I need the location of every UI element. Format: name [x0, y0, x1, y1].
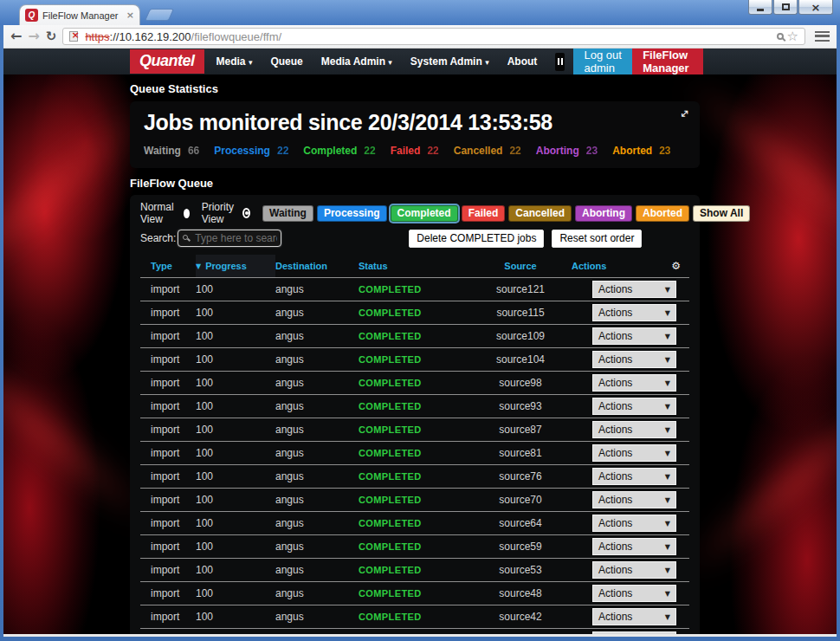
actions-select[interactable]: Actions ▼ — [592, 515, 676, 532]
close-button[interactable]: × — [798, 0, 833, 15]
cell-type: import — [151, 424, 196, 436]
omnibox-search-icon[interactable] — [777, 33, 784, 40]
view-option[interactable]: Priority View — [202, 201, 250, 225]
filter-button[interactable]: Waiting — [262, 205, 313, 222]
column-destination[interactable]: Destination — [275, 255, 359, 277]
column-type[interactable]: Type — [151, 255, 196, 277]
stat-label: Cancelled — [454, 145, 503, 157]
logout-button[interactable]: Log out admin — [573, 49, 632, 74]
delete-completed-button[interactable]: Delete COMPLETED jobs — [409, 230, 544, 248]
column-progress[interactable]: ▼ Progress — [196, 255, 275, 277]
actions-select[interactable]: Actions ▼ — [592, 374, 676, 392]
filter-button[interactable]: Failed — [462, 205, 506, 222]
stat-value: 23 — [586, 145, 598, 157]
cell-destination: angus — [275, 587, 359, 599]
cell-progress: 100 — [196, 330, 275, 342]
actions-select[interactable]: Actions ▼ — [592, 561, 676, 579]
search-input[interactable] — [178, 230, 281, 247]
nav-item[interactable]: Media ▾ — [216, 55, 253, 68]
bookmark-star-icon[interactable]: ☆ — [787, 30, 798, 43]
column-status[interactable]: Status — [359, 255, 469, 277]
reset-sort-button[interactable]: Reset sort order — [552, 230, 642, 248]
filter-button[interactable]: Processing — [317, 205, 387, 222]
stat-label: Completed — [303, 145, 357, 157]
table-row: import 100 angus COMPLETED source93 Acti… — [140, 394, 689, 418]
cell-source: source42 — [469, 611, 572, 623]
filter-button[interactable]: Cancelled — [508, 205, 572, 222]
cell-type: import — [151, 470, 196, 482]
actions-select[interactable]: Actions ▼ — [592, 421, 676, 438]
actions-select[interactable]: Actions ▼ — [592, 631, 676, 634]
client-bottom-strip — [3, 634, 837, 637]
cell-progress: 100 — [196, 541, 275, 553]
cell-status: COMPLETED — [359, 588, 469, 599]
cell-destination: angus — [275, 353, 359, 366]
window-titlebar: Q FileFlow Manager × × — [0, 0, 840, 25]
actions-select[interactable]: Actions ▼ — [592, 398, 676, 415]
actions-select-label: Actions — [598, 447, 632, 459]
filter-button[interactable]: Show All — [693, 205, 750, 222]
actions-select[interactable]: Actions ▼ — [592, 491, 676, 508]
actions-select[interactable]: Actions ▼ — [592, 281, 676, 298]
stat-value: 66 — [188, 145, 199, 157]
minimize-icon — [757, 9, 764, 11]
nav-item[interactable]: About — [507, 55, 538, 68]
actions-select[interactable]: Actions ▼ — [592, 327, 676, 345]
cell-destination: angus — [275, 377, 359, 389]
actions-select[interactable]: Actions ▼ — [592, 351, 676, 368]
actions-select[interactable]: Actions ▼ — [592, 468, 676, 485]
filter-button[interactable]: Aborting — [575, 205, 632, 222]
cell-destination: angus — [275, 424, 359, 436]
column-source[interactable]: Source — [469, 255, 572, 277]
table-row: import 100 angus COMPLETED source115 Act… — [140, 301, 689, 324]
cell-progress: 100 — [196, 587, 275, 599]
cell-status: COMPLETED — [359, 495, 469, 505]
radio-icon[interactable] — [242, 208, 250, 218]
reload-button[interactable]: ↻ — [46, 30, 57, 43]
filter-button[interactable]: Aborted — [636, 205, 689, 222]
stat-item: Aborting 23 — [536, 145, 598, 157]
address-bar[interactable]: × https://10.162.19.200/fileflowqueue/ff… — [62, 28, 805, 45]
cell-type: import — [151, 611, 196, 623]
maximize-button[interactable] — [773, 0, 798, 15]
cell-destination: angus — [275, 517, 359, 529]
tab-close-icon[interactable]: × — [126, 10, 134, 21]
cell-progress: 100 — [196, 377, 275, 389]
cell-type: import — [151, 564, 196, 576]
quantel-logo[interactable]: Quantel — [130, 49, 204, 74]
filter-button[interactable]: Completed — [391, 205, 458, 222]
actions-select[interactable]: Actions ▼ — [592, 538, 676, 555]
stat-item: Completed 22 — [303, 145, 375, 157]
minimize-button[interactable] — [748, 0, 772, 15]
actions-select[interactable]: Actions ▼ — [592, 585, 676, 602]
cell-source: source87 — [469, 424, 572, 436]
actions-select[interactable]: Actions ▼ — [592, 608, 676, 625]
queue-table-body: import 100 angus COMPLETED source121 Act… — [140, 277, 689, 634]
new-tab-button[interactable] — [145, 9, 174, 21]
browser-client: ← → ↻ × https://10.162.19.200/fileflowqu… — [3, 25, 837, 637]
pause-button[interactable] — [555, 53, 565, 71]
back-button[interactable]: ← — [10, 29, 22, 43]
forward-button[interactable]: → — [28, 29, 39, 43]
nav-item[interactable]: Queue — [270, 55, 302, 68]
radio-icon[interactable] — [184, 209, 190, 218]
cell-status: COMPLETED — [359, 424, 469, 435]
nav-item[interactable]: System Admin ▾ — [410, 55, 489, 68]
actions-select[interactable]: Actions ▼ — [592, 444, 676, 462]
cell-destination: angus — [275, 564, 359, 576]
view-option[interactable]: Normal View — [140, 201, 190, 225]
table-row: import 100 angus COMPLETED source76 Acti… — [140, 464, 689, 488]
actions-select-label: Actions — [598, 564, 632, 576]
fileflow-manager-badge[interactable]: FileFlow Manager — [632, 49, 703, 74]
cell-progress: 100 — [196, 424, 275, 436]
browser-menu-icon[interactable] — [815, 31, 830, 42]
stat-value: 22 — [364, 145, 375, 157]
actions-select[interactable]: Actions ▼ — [592, 304, 676, 321]
cell-status: COMPLETED — [359, 565, 469, 575]
nav-item[interactable]: Media Admin ▾ — [321, 55, 392, 68]
cell-progress: 100 — [196, 447, 275, 459]
cell-destination: angus — [275, 470, 359, 482]
table-row: Actions ▼ — [140, 628, 689, 634]
table-settings-gear-icon[interactable]: ⚙ — [671, 261, 681, 271]
browser-tab[interactable]: Q FileFlow Manager × — [19, 4, 140, 25]
